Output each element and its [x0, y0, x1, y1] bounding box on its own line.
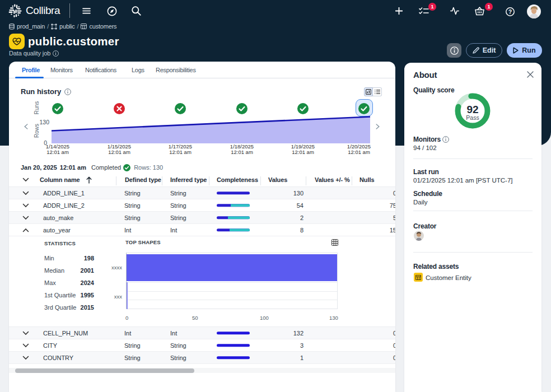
svg-text:?: ?	[508, 8, 512, 15]
svg-text:Pass: Pass	[466, 114, 479, 121]
